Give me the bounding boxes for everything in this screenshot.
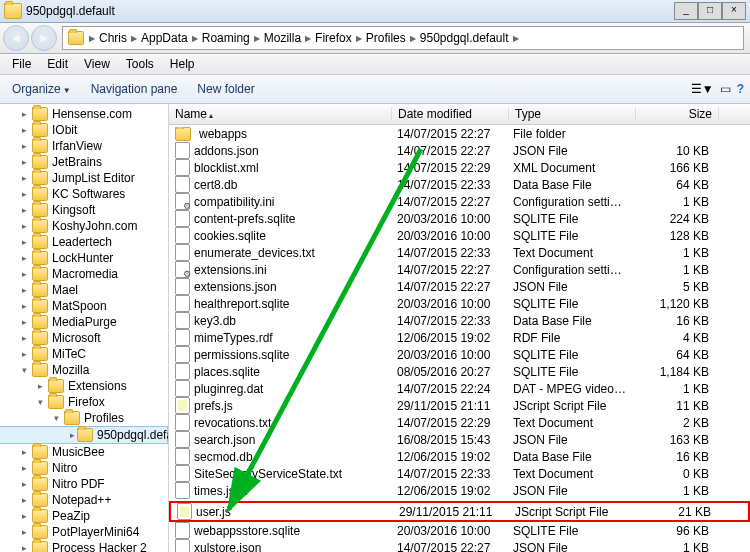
file-row[interactable]: webappsstore.sqlite20/03/2016 10:00SQLIT… — [169, 522, 750, 539]
expand-icon[interactable]: ▸ — [22, 495, 30, 505]
file-row[interactable]: user.js29/11/2015 21:11JScript Script Fi… — [169, 501, 750, 522]
tree-item[interactable]: ▸PotPlayerMini64 — [0, 524, 168, 540]
expand-icon[interactable]: ▸ — [22, 237, 30, 247]
file-row[interactable]: cert8.db14/07/2015 22:33Data Base File64… — [169, 176, 750, 193]
tree-item[interactable]: ▸KoshyJohn.com — [0, 218, 168, 234]
organize-button[interactable]: Organize▼ — [6, 80, 77, 98]
list-header[interactable]: Name▴ Date modified Type Size — [169, 104, 750, 125]
file-row[interactable]: permissions.sqlite20/03/2016 10:00SQLITE… — [169, 346, 750, 363]
crumb[interactable]: Profiles — [363, 31, 409, 45]
expand-icon[interactable]: ▸ — [22, 463, 30, 473]
file-row[interactable]: content-prefs.sqlite20/03/2016 10:00SQLI… — [169, 210, 750, 227]
tree-item[interactable]: ▸JumpList Editor — [0, 170, 168, 186]
tree-item[interactable]: ▸Kingsoft — [0, 202, 168, 218]
file-row[interactable]: extensions.ini14/07/2015 22:27Configurat… — [169, 261, 750, 278]
tree-item[interactable]: ▸MusicBee — [0, 444, 168, 460]
expand-icon[interactable]: ▸ — [22, 285, 30, 295]
tree-item[interactable]: ▸Leadertech — [0, 234, 168, 250]
expand-icon[interactable]: ▸ — [22, 317, 30, 327]
expand-icon[interactable]: ▾ — [54, 413, 62, 423]
file-row[interactable]: search.json16/08/2015 15:43JSON File163 … — [169, 431, 750, 448]
breadcrumb[interactable]: ▶ Chris▶AppData▶Roaming▶Mozilla▶Firefox▶… — [62, 26, 744, 50]
tree-item[interactable]: ▸MediaPurge — [0, 314, 168, 330]
expand-icon[interactable]: ▸ — [22, 221, 30, 231]
expand-icon[interactable]: ▸ — [22, 157, 30, 167]
file-row[interactable]: xulstore.json14/07/2015 22:27JSON File1 … — [169, 539, 750, 552]
expand-icon[interactable]: ▸ — [70, 430, 75, 440]
minimize-button[interactable]: _ — [674, 2, 698, 20]
file-row[interactable]: mimeTypes.rdf12/06/2015 19:02RDF File4 K… — [169, 329, 750, 346]
back-button[interactable]: ◄ — [3, 25, 29, 51]
tree-item[interactable]: ▸Process Hacker 2 — [0, 540, 168, 552]
tree-item[interactable]: ▸KC Softwares — [0, 186, 168, 202]
expand-icon[interactable]: ▸ — [22, 253, 30, 263]
crumb[interactable]: Firefox — [312, 31, 355, 45]
expand-icon[interactable]: ▸ — [22, 527, 30, 537]
tree-item[interactable]: ▾Mozilla — [0, 362, 168, 378]
crumb[interactable]: 950pdgql.default — [417, 31, 512, 45]
help-button[interactable]: ? — [737, 82, 744, 96]
column-date[interactable]: Date modified — [392, 107, 509, 121]
menu-view[interactable]: View — [76, 57, 118, 71]
expand-icon[interactable]: ▸ — [22, 125, 30, 135]
crumb[interactable]: Chris — [96, 31, 130, 45]
file-row[interactable]: webapps14/07/2015 22:27File folder — [169, 125, 750, 142]
expand-icon[interactable]: ▾ — [22, 365, 30, 375]
maximize-button[interactable]: □ — [698, 2, 722, 20]
expand-icon[interactable]: ▸ — [22, 479, 30, 489]
close-button[interactable]: × — [722, 2, 746, 20]
file-row[interactable]: revocations.txt14/07/2015 22:29Text Docu… — [169, 414, 750, 431]
file-row[interactable]: enumerate_devices.txt14/07/2015 22:33Tex… — [169, 244, 750, 261]
column-name[interactable]: Name▴ — [169, 107, 392, 121]
file-row[interactable]: times.json12/06/2015 19:02JSON File1 KB — [169, 482, 750, 499]
crumb[interactable]: Roaming — [199, 31, 253, 45]
file-row[interactable]: compatibility.ini14/07/2015 22:27Configu… — [169, 193, 750, 210]
tree-item[interactable]: ▸Macromedia — [0, 266, 168, 282]
expand-icon[interactable]: ▸ — [22, 511, 30, 521]
tree-item[interactable]: ▸Nitro PDF — [0, 476, 168, 492]
file-row[interactable]: places.sqlite08/05/2016 20:27SQLITE File… — [169, 363, 750, 380]
file-row[interactable]: secmod.db12/06/2015 19:02Data Base File1… — [169, 448, 750, 465]
tree-item[interactable]: ▸Microsoft — [0, 330, 168, 346]
menu-edit[interactable]: Edit — [39, 57, 76, 71]
column-size[interactable]: Size — [636, 107, 719, 121]
expand-icon[interactable]: ▸ — [38, 381, 46, 391]
file-row[interactable]: healthreport.sqlite20/03/2016 10:00SQLIT… — [169, 295, 750, 312]
expand-icon[interactable]: ▸ — [22, 109, 30, 119]
expand-icon[interactable]: ▸ — [22, 301, 30, 311]
tree-item[interactable]: ▾Firefox — [0, 394, 168, 410]
column-type[interactable]: Type — [509, 107, 636, 121]
file-list[interactable]: Name▴ Date modified Type Size webapps14/… — [169, 104, 750, 552]
crumb[interactable]: Mozilla — [261, 31, 304, 45]
file-row[interactable]: pluginreg.dat14/07/2015 22:24DAT - MPEG … — [169, 380, 750, 397]
expand-icon[interactable]: ▸ — [22, 205, 30, 215]
file-row[interactable]: cookies.sqlite20/03/2016 10:00SQLITE Fil… — [169, 227, 750, 244]
new-folder-button[interactable]: New folder — [191, 80, 260, 98]
menu-file[interactable]: File — [4, 57, 39, 71]
folder-tree[interactable]: ▸Hensense.com▸IObit▸IrfanView▸JetBrains▸… — [0, 104, 169, 552]
expand-icon[interactable]: ▸ — [22, 173, 30, 183]
crumb[interactable]: AppData — [138, 31, 191, 45]
menu-tools[interactable]: Tools — [118, 57, 162, 71]
file-row[interactable]: SiteSecurityServiceState.txt14/07/2015 2… — [169, 465, 750, 482]
expand-icon[interactable]: ▾ — [38, 397, 46, 407]
navpane-button[interactable]: Navigation pane — [85, 80, 184, 98]
expand-icon[interactable]: ▸ — [22, 141, 30, 151]
tree-item[interactable]: ▸Hensense.com — [0, 106, 168, 122]
file-row[interactable]: blocklist.xml14/07/2015 22:29XML Documen… — [169, 159, 750, 176]
tree-item[interactable]: ▸Nitro — [0, 460, 168, 476]
expand-icon[interactable]: ▸ — [22, 269, 30, 279]
tree-item[interactable]: ▸950pdgql.default — [0, 426, 168, 444]
menu-help[interactable]: Help — [162, 57, 203, 71]
tree-item[interactable]: ▸JetBrains — [0, 154, 168, 170]
tree-item[interactable]: ▾Profiles — [0, 410, 168, 426]
tree-item[interactable]: ▸Extensions — [0, 378, 168, 394]
tree-item[interactable]: ▸Mael — [0, 282, 168, 298]
expand-icon[interactable]: ▸ — [22, 333, 30, 343]
file-row[interactable]: prefs.js29/11/2015 21:11JScript Script F… — [169, 397, 750, 414]
file-row[interactable]: addons.json14/07/2015 22:27JSON File10 K… — [169, 142, 750, 159]
tree-item[interactable]: ▸MatSpoon — [0, 298, 168, 314]
view-button[interactable]: ☰▼ — [691, 82, 714, 96]
preview-pane-button[interactable]: ▭ — [720, 82, 731, 96]
expand-icon[interactable]: ▸ — [22, 543, 30, 552]
